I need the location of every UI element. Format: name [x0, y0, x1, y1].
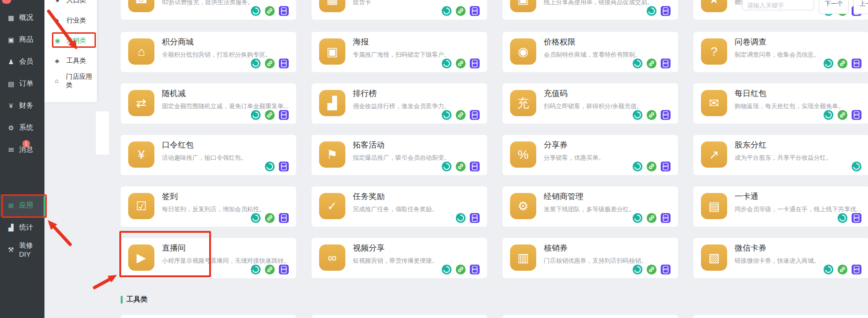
h5-link-badge-icon[interactable] — [265, 213, 275, 223]
miniprogram-badge-icon[interactable] — [251, 110, 261, 120]
miniprogram-badge-icon[interactable] — [633, 265, 642, 274]
h5-link-badge-icon[interactable] — [647, 265, 656, 274]
miniprogram-badge-icon[interactable] — [442, 162, 452, 171]
miniprogram-badge-icon[interactable] — [824, 265, 833, 274]
app-card-直播间[interactable]: ▶ 直播间 小程序显示视频号直播间，无缝对接快速跳转。 WAP — [121, 238, 296, 278]
wap-badge-icon[interactable]: WAP — [661, 265, 671, 274]
wap-badge-icon[interactable]: WAP — [279, 59, 289, 68]
app-card-积分商城[interactable]: ⌂ 积分商城 全额积分抵扣营销，打造积分换购专区。 WAP — [121, 32, 296, 72]
app-card-任务奖励[interactable]: ✓ 任务奖励 完成推广任务，领取任务奖励。 WAP — [312, 186, 487, 227]
wap-badge-icon[interactable]: WAP — [661, 6, 671, 16]
app-card-价格权限[interactable]: ◉ 价格权限 会员制特价商城，查看特价有限制。 WAP — [503, 32, 678, 72]
miniprogram-badge-icon[interactable] — [838, 213, 847, 223]
category-item-entry[interactable]: ★ 入口类 — [44, 0, 97, 10]
wap-badge-icon[interactable]: WAP — [470, 110, 480, 120]
sidebar-item-finance[interactable]: ¥ 财务 — [0, 95, 44, 117]
app-card-stub[interactable] — [312, 315, 487, 318]
category-item-store-apps[interactable]: ⌂ 门店应用类 — [44, 71, 97, 91]
wap-badge-icon[interactable]: WAP — [279, 265, 289, 274]
h5-link-badge-icon[interactable] — [838, 110, 847, 120]
app-card-核销券[interactable]: ▥ 核销券 门店核销优惠券，支持到店扫码核销。 WAP — [503, 238, 678, 278]
miniprogram-badge-icon[interactable] — [442, 265, 452, 274]
miniprogram-badge-icon[interactable] — [442, 110, 452, 120]
app-card-分享券[interactable]: % 分享券 分享锁客，优惠买单。 WAP — [503, 135, 678, 175]
app-card-视频分享[interactable]: ∞ 视频分享 短视频营销，带货传播更便捷。 WAP — [312, 238, 487, 278]
sidebar-item-goods[interactable]: ▣ 商品 — [0, 29, 44, 51]
wap-badge-icon[interactable]: WAP — [852, 265, 861, 274]
wap-badge-icon[interactable]: WAP — [279, 6, 289, 16]
app-card-stub[interactable] — [503, 315, 678, 318]
miniprogram-badge-icon[interactable] — [251, 59, 261, 68]
app-card-签到[interactable]: ☑ 签到 每日签到，反复到店，增加会员粘性。 WAP — [121, 186, 296, 227]
app-card-排行榜[interactable]: ▟ 排行榜 佣金收益排行榜，激发会员竞争力。 WAP — [312, 83, 487, 124]
category-item-tools[interactable]: ◈ 工具类 — [44, 51, 97, 71]
wap-badge-icon[interactable]: WAP — [852, 213, 861, 223]
app-card-每日红包[interactable]: ✉ 每日红包 购物返现，每天抢红包，实现全额免单。 WAP — [693, 83, 868, 124]
wap-badge-icon[interactable]: WAP — [661, 213, 671, 223]
sidebar-item-apps[interactable]: ⊞ 应用 — [0, 194, 44, 216]
h5-link-badge-icon[interactable] — [265, 6, 275, 16]
sidebar-item-members[interactable]: ♟ 会员 — [0, 51, 44, 73]
wap-badge-icon[interactable]: WAP — [470, 59, 480, 68]
h5-link-badge-icon[interactable] — [647, 162, 656, 171]
app-card[interactable]: ☎ 92折话费慢充，提供生活类服务。 WAP — [121, 0, 296, 20]
miniprogram-badge-icon[interactable] — [456, 213, 466, 223]
h5-link-badge-icon[interactable] — [265, 59, 275, 68]
miniprogram-badge-icon[interactable] — [824, 110, 833, 120]
sidebar-item-statistics[interactable]: ▟ 统计 — [0, 216, 44, 238]
wap-badge-icon[interactable]: WAP — [279, 213, 289, 223]
miniprogram-badge-icon[interactable] — [442, 59, 452, 68]
wap-badge-icon[interactable]: WAP — [470, 213, 480, 223]
miniprogram-badge-icon[interactable] — [633, 213, 642, 223]
h5-link-badge-icon[interactable] — [456, 162, 466, 171]
miniprogram-badge-icon[interactable] — [633, 162, 642, 171]
miniprogram-badge-icon[interactable] — [824, 59, 833, 68]
app-card-股东分红[interactable]: ↗ 股东分红 成为平台股东，共享平台收益分红。 — [693, 135, 868, 175]
app-card-stub[interactable] — [121, 315, 296, 318]
miniprogram-badge-icon[interactable] — [251, 213, 261, 223]
app-card-stub[interactable] — [693, 315, 868, 318]
h5-link-badge-icon[interactable] — [456, 59, 466, 68]
h5-link-badge-icon[interactable] — [647, 59, 656, 68]
app-card-一卡通[interactable]: ▤ 一卡通 同步会员等级，一卡通在手，线上线下共享优... WAP — [693, 186, 868, 227]
sidebar-item-system[interactable]: ⚙ 系统 — [0, 117, 44, 139]
wap-badge-icon[interactable]: WAP — [470, 162, 480, 171]
app-card-海报[interactable]: ▣ 海报 专属推广海报，扫码锁定下级客户。 WAP — [312, 32, 487, 72]
h5-link-badge-icon[interactable] — [265, 265, 275, 274]
sidebar-item-overview[interactable]: ▦ 概况 — [0, 7, 44, 29]
app-card[interactable]: ▦ 提货卡 WAP — [312, 0, 487, 20]
h5-link-badge-icon[interactable] — [456, 6, 466, 16]
app-card-微信卡券[interactable]: ▧ 微信卡券 链接微信卡券，快速进入商城。 WAP — [693, 238, 868, 278]
app-card[interactable]: ▣ 线上分享高使用率，链接商品促成交易。 WAP — [503, 0, 678, 20]
wap-badge-icon[interactable]: WAP — [470, 6, 480, 16]
h5-link-badge-icon[interactable] — [265, 110, 275, 120]
sidebar-item-decorate-diy[interactable]: ⚒ 装修DIY — [0, 238, 44, 260]
category-item-marketing[interactable]: ◉ 营销类 — [44, 30, 97, 51]
sidebar-item-orders[interactable]: ▤ 订单 — [0, 73, 44, 95]
h5-link-badge-icon[interactable] — [456, 110, 466, 120]
miniprogram-badge-icon[interactable] — [633, 110, 642, 120]
app-card-充值码[interactable]: 充 充值码 扫码立即锁客，获得积分/余额充值。 WAP — [503, 83, 678, 124]
wap-badge-icon[interactable]: WAP — [661, 110, 671, 120]
h5-link-badge-icon[interactable] — [838, 59, 847, 68]
wap-badge-icon[interactable]: WAP — [470, 265, 480, 274]
wap-badge-icon[interactable]: WAP — [661, 59, 671, 68]
category-item-industry[interactable]: ♣ 行业类 — [44, 10, 97, 30]
h5-link-badge-icon[interactable] — [456, 265, 466, 274]
wap-badge-icon[interactable]: WAP — [279, 162, 289, 171]
wap-badge-icon[interactable]: WAP — [279, 110, 289, 120]
app-card-经销商管理[interactable]: ⚙ 经销商管理 发展下线团队，多等级极差分红。 WAP — [503, 186, 678, 227]
miniprogram-badge-icon[interactable] — [633, 59, 642, 68]
miniprogram-badge-icon[interactable] — [442, 6, 452, 16]
miniprogram-badge-icon[interactable] — [251, 265, 261, 274]
app-card-拓客活动[interactable]: ⚑ 拓客活动 指定爆品推广，吸引会员自动裂变。 WAP — [312, 135, 487, 175]
next-button[interactable]: 下一个 — [819, 0, 849, 14]
search-input[interactable] — [742, 0, 814, 10]
miniprogram-badge-icon[interactable] — [852, 162, 861, 171]
miniprogram-badge-icon[interactable] — [251, 6, 261, 16]
h5-link-badge-icon[interactable] — [647, 213, 656, 223]
wap-badge-icon[interactable]: WAP — [661, 162, 671, 171]
sidebar-item-messages[interactable]: ✉ 消息 1 — [0, 139, 44, 161]
wap-badge-icon[interactable]: WAP — [852, 110, 861, 120]
miniprogram-badge-icon[interactable] — [647, 6, 656, 16]
